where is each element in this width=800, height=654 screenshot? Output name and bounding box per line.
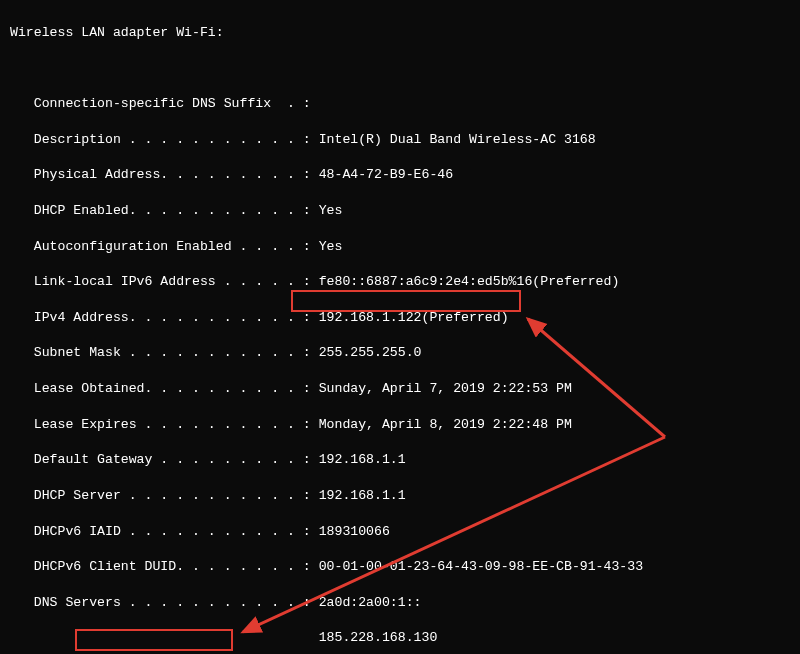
wifi-autoconfig-enabled: Autoconfiguration Enabled . . . . : Yes (10, 238, 790, 256)
wifi-dhcpv6-iaid: DHCPv6 IAID . . . . . . . . . . . : 1893… (10, 523, 790, 541)
dns-primary-value: 2a0d:2a00:1:: (319, 595, 422, 610)
wifi-dns-suffix: Connection-specific DNS Suffix . : (10, 95, 790, 113)
wifi-lease-obtained: Lease Obtained. . . . . . . . . . : Sund… (10, 380, 790, 398)
wifi-dhcp-enabled: DHCP Enabled. . . . . . . . . . . : Yes (10, 202, 790, 220)
wifi-dhcpv6-client-duid: DHCPv6 Client DUID. . . . . . . . : 00-0… (10, 558, 790, 576)
wifi-default-gateway: Default Gateway . . . . . . . . . : 192.… (10, 451, 790, 469)
wifi-dhcp-server: DHCP Server . . . . . . . . . . . : 192.… (10, 487, 790, 505)
terminal-output: Wireless LAN adapter Wi-Fi: Connection-s… (0, 0, 800, 654)
wifi-dns-servers-line1: DNS Servers . . . . . . . . . . . : 2a0d… (10, 594, 790, 612)
wifi-dns-servers-line2: 185.228.168.130 (10, 629, 790, 647)
blank-line (10, 59, 790, 77)
wifi-header: Wireless LAN adapter Wi-Fi: (10, 24, 790, 42)
wifi-subnet-mask: Subnet Mask . . . . . . . . . . . : 255.… (10, 344, 790, 362)
wifi-link-local-ipv6: Link-local IPv6 Address . . . . . : fe80… (10, 273, 790, 291)
wifi-physical-address: Physical Address. . . . . . . . . : 48-A… (10, 166, 790, 184)
wifi-description: Description . . . . . . . . . . . : Inte… (10, 131, 790, 149)
wifi-lease-expires: Lease Expires . . . . . . . . . . : Mond… (10, 416, 790, 434)
wifi-ipv4-address: IPv4 Address. . . . . . . . . . . : 192.… (10, 309, 790, 327)
